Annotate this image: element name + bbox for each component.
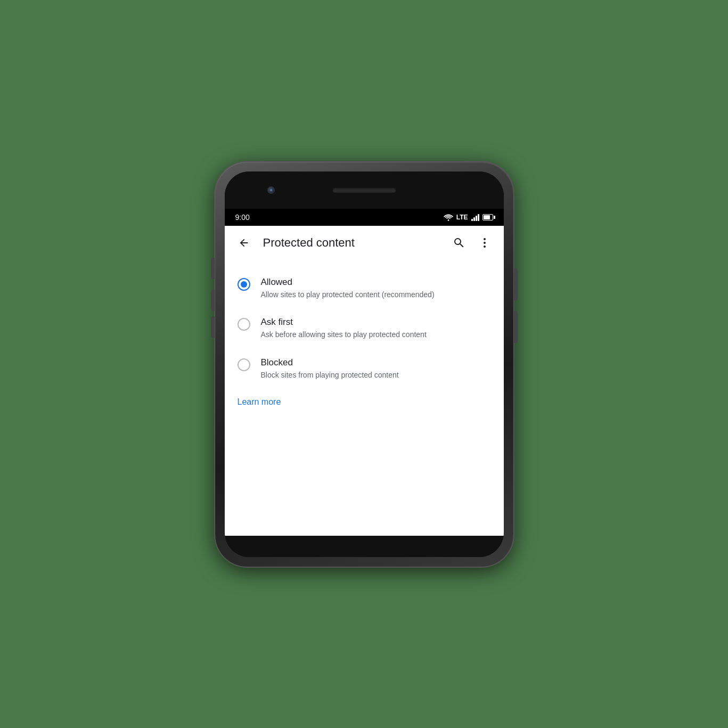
option-allowed-text: Allowed Allow sites to play protected co… [261, 277, 435, 300]
phone-device: 9:00 LTE [215, 162, 513, 567]
toolbar-icons [448, 232, 495, 253]
radio-allowed[interactable] [238, 278, 250, 291]
radio-allowed-fill [241, 281, 247, 288]
svg-point-0 [447, 219, 449, 221]
signal-icon [471, 214, 479, 221]
bottom-bezel [225, 536, 504, 557]
svg-point-1 [484, 238, 486, 240]
back-arrow-icon [238, 237, 250, 249]
back-button[interactable] [233, 232, 255, 253]
option-blocked-title: Blocked [261, 357, 399, 368]
option-blocked-text: Blocked Block sites from playing protect… [261, 357, 399, 381]
option-ask-first-text: Ask first Ask before allowing sites to p… [261, 317, 427, 340]
option-allowed-desc: Allow sites to play protected content (r… [261, 290, 435, 300]
more-options-button[interactable] [474, 232, 495, 253]
option-allowed-title: Allowed [261, 277, 435, 288]
front-camera [267, 186, 275, 194]
learn-more-link[interactable]: Learn more [225, 389, 504, 415]
top-bezel [225, 171, 504, 209]
app-bar: Protected content [225, 226, 504, 260]
status-bar: 9:00 LTE [225, 209, 504, 226]
option-allowed[interactable]: Allowed Allow sites to play protected co… [225, 268, 504, 309]
svg-point-2 [484, 242, 486, 244]
battery-icon [482, 214, 493, 220]
svg-point-3 [484, 246, 486, 248]
radio-blocked[interactable] [238, 358, 250, 371]
more-options-icon [478, 236, 491, 249]
option-blocked[interactable]: Blocked Block sites from playing protect… [225, 349, 504, 389]
option-ask-first[interactable]: Ask first Ask before allowing sites to p… [225, 308, 504, 349]
option-blocked-desc: Block sites from playing protected conte… [261, 370, 399, 381]
phone-screen: 9:00 LTE [225, 171, 504, 557]
status-time: 9:00 [235, 213, 250, 222]
search-button[interactable] [448, 232, 470, 253]
option-ask-first-title: Ask first [261, 317, 427, 328]
wifi-icon [444, 214, 453, 221]
options-list: Allowed Allow sites to play protected co… [225, 260, 504, 536]
search-icon [453, 236, 465, 249]
lte-label: LTE [456, 214, 468, 221]
earpiece-speaker [332, 187, 396, 193]
status-icons: LTE [444, 214, 493, 221]
option-ask-first-desc: Ask before allowing sites to play protec… [261, 330, 427, 340]
page-title: Protected content [263, 236, 440, 250]
screen-content: Protected content [225, 226, 504, 536]
radio-ask-first[interactable] [238, 318, 250, 331]
